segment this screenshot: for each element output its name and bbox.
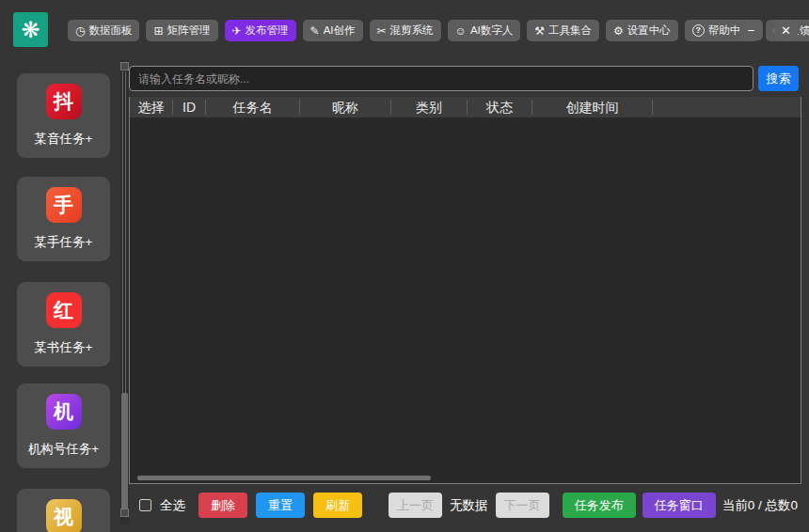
- org-badge-icon: 机: [46, 394, 82, 430]
- table-body-empty: [130, 117, 801, 477]
- refresh-button[interactable]: 刷新: [313, 493, 362, 518]
- sidebar-card-video-account[interactable]: 视: [17, 489, 110, 532]
- minimize-button[interactable]: −: [739, 20, 763, 40]
- tab-label: 矩阵管理: [167, 23, 211, 38]
- tab-label: AI创作: [324, 23, 356, 38]
- clock-icon: ◷: [75, 25, 85, 37]
- tools-icon: ⚒: [534, 25, 545, 37]
- column-category[interactable]: 类别: [391, 100, 468, 115]
- tab-publish-manage[interactable]: ✈ 发布管理: [225, 20, 296, 41]
- select-all-label: 全选: [160, 497, 185, 514]
- search-bar: 搜索: [129, 66, 801, 91]
- scissors-icon: ✂: [377, 25, 387, 37]
- tab-label: AI数字人: [470, 23, 513, 38]
- close-button[interactable]: ✕: [774, 20, 798, 40]
- tab-label: 数据面板: [88, 23, 132, 38]
- footer-left-group: 全选 删除 重置 刷新: [139, 493, 362, 518]
- tab-label: 设置中心: [627, 23, 671, 38]
- xiaohongshu-badge-icon: 红: [46, 292, 82, 328]
- tab-tools[interactable]: ⚒ 工具集合: [527, 20, 599, 41]
- footer-toolbar: 全选 删除 重置 刷新 上一页 无数据 下一页 任务发布 任务窗口 当前0 / …: [129, 493, 801, 519]
- tab-settings[interactable]: ⚙ 设置中心: [606, 20, 678, 41]
- tab-ai-avatar[interactable]: ☺ AI数字人: [448, 20, 521, 41]
- column-filler: [653, 100, 801, 115]
- tab-label: 混剪系统: [390, 23, 434, 38]
- card-label: 某书任务+: [35, 339, 93, 356]
- reset-button[interactable]: 重置: [256, 493, 305, 518]
- douyin-badge-icon: 抖: [46, 84, 82, 119]
- grid-icon: ⊞: [153, 25, 163, 37]
- select-all-checkbox[interactable]: [139, 499, 151, 511]
- record-counter: 当前0 / 总数0: [722, 497, 798, 514]
- column-created-time[interactable]: 创建时间: [532, 100, 653, 115]
- task-table: 选择 ID 任务名 昵称 类别 状态 创建时间: [129, 97, 801, 484]
- platform-sidebar: 抖 某音任务+ 手 某手任务+ 红 某书任务+ 机 机构号任务+ 视: [0, 60, 120, 532]
- sidebar-card-douyin[interactable]: 抖 某音任务+: [17, 73, 110, 158]
- main-nav: ◷ 数据面板 ⊞ 矩阵管理 ✈ 发布管理 ✎ AI创作 ✂ 混剪系统 ☺ AI数…: [68, 20, 809, 41]
- footer-right-group: 任务发布 任务窗口 当前0 / 总数0: [563, 493, 798, 518]
- avatar-face-icon: ☺: [455, 25, 467, 37]
- sidebar-card-xiaohongshu[interactable]: 红 某书任务+: [17, 282, 110, 367]
- sidebar-scrollbar[interactable]: [120, 60, 129, 524]
- card-label: 机构号任务+: [28, 441, 99, 458]
- column-id[interactable]: ID: [173, 100, 206, 115]
- scrollbar-groove: [122, 71, 126, 393]
- app-logo-icon: ❋: [13, 12, 48, 47]
- scrollbar-thumb[interactable]: [121, 393, 128, 512]
- kuaishou-badge-icon: 手: [46, 187, 82, 223]
- column-task-name[interactable]: 任务名: [206, 100, 300, 115]
- task-window-button[interactable]: 任务窗口: [642, 493, 716, 518]
- scroll-up-button[interactable]: [120, 62, 129, 70]
- task-publish-button[interactable]: 任务发布: [563, 493, 636, 518]
- column-nickname[interactable]: 昵称: [300, 100, 391, 115]
- prev-page-button[interactable]: 上一页: [389, 493, 442, 518]
- table-horizontal-scrollbar-thumb[interactable]: [137, 476, 431, 480]
- tab-label: 发布管理: [246, 23, 289, 38]
- title-bar: ❋ ◷ 数据面板 ⊞ 矩阵管理 ✈ 发布管理 ✎ AI创作 ✂ 混剪系统 ☺ A…: [0, 0, 809, 55]
- next-page-button[interactable]: 下一页: [496, 493, 549, 518]
- column-status[interactable]: 状态: [468, 100, 532, 115]
- tab-ai-create[interactable]: ✎ AI创作: [303, 20, 363, 41]
- pen-icon: ✎: [310, 25, 320, 37]
- send-icon: ✈: [232, 25, 242, 37]
- pager-group: 上一页 无数据 下一页: [389, 493, 549, 518]
- sidebar-card-org-account[interactable]: 机 机构号任务+: [17, 383, 110, 468]
- tab-data-panel[interactable]: ◷ 数据面板: [68, 20, 139, 41]
- video-badge-icon: 视: [46, 499, 82, 532]
- tab-label: 工具集合: [548, 23, 592, 38]
- delete-button[interactable]: 删除: [198, 493, 247, 518]
- window-controls: − ✕: [739, 20, 798, 40]
- search-button[interactable]: 搜索: [758, 66, 799, 91]
- card-label: 某音任务+: [35, 131, 93, 148]
- search-input[interactable]: [129, 66, 753, 91]
- sidebar-card-kuaishou[interactable]: 手 某手任务+: [17, 177, 110, 261]
- tab-matrix-manage[interactable]: ⊞ 矩阵管理: [146, 20, 217, 41]
- card-label: 某手任务+: [35, 234, 93, 251]
- no-data-text: 无数据: [450, 497, 488, 514]
- gear-icon: ⚙: [613, 25, 624, 37]
- tab-mixcut-system[interactable]: ✂ 混剪系统: [370, 20, 441, 41]
- help-question-icon: ?: [692, 24, 705, 37]
- column-select[interactable]: 选择: [130, 100, 173, 115]
- table-header-row: 选择 ID 任务名 昵称 类别 状态 创建时间: [130, 97, 801, 117]
- scroll-down-button[interactable]: [120, 509, 129, 517]
